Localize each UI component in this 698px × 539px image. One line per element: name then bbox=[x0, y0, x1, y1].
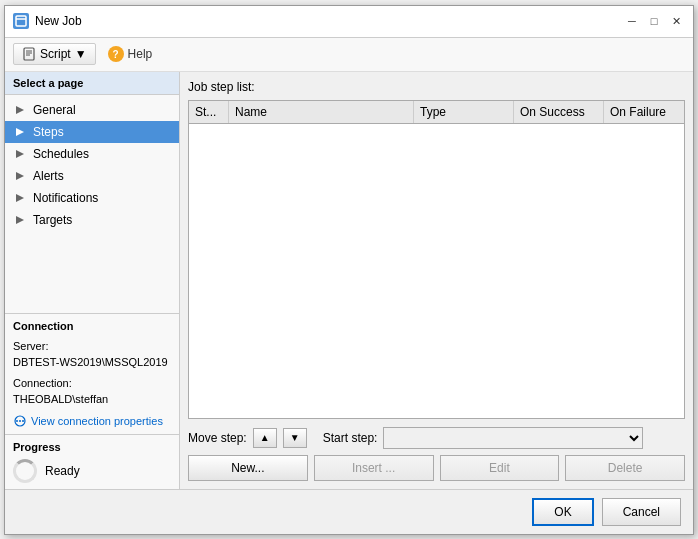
svg-marker-11 bbox=[16, 216, 24, 224]
move-down-button[interactable]: ▼ bbox=[283, 428, 307, 448]
svg-marker-8 bbox=[16, 150, 24, 158]
job-step-list-label: Job step list: bbox=[188, 80, 685, 94]
steps-icon bbox=[13, 125, 27, 139]
dialog-footer: OK Cancel bbox=[5, 489, 693, 534]
svg-marker-9 bbox=[16, 172, 24, 180]
ok-button[interactable]: OK bbox=[532, 498, 593, 526]
sidebar: Select a page GeneralStepsSchedulesAlert… bbox=[5, 72, 180, 489]
move-step-group: Move step: ▲ ▼ bbox=[188, 428, 307, 448]
move-up-button[interactable]: ▲ bbox=[253, 428, 277, 448]
progress-row: Ready bbox=[13, 459, 171, 483]
view-connection-label: View connection properties bbox=[31, 415, 163, 427]
title-bar: New Job ─ □ ✕ bbox=[5, 6, 693, 38]
window-icon bbox=[13, 13, 29, 29]
sidebar-item-targets[interactable]: Targets bbox=[5, 209, 179, 231]
general-icon bbox=[13, 103, 27, 117]
svg-rect-2 bbox=[24, 48, 34, 60]
view-connection-link[interactable]: View connection properties bbox=[13, 414, 171, 428]
help-button[interactable]: ? Help bbox=[100, 43, 161, 65]
svg-marker-7 bbox=[16, 128, 24, 136]
svg-marker-10 bbox=[16, 194, 24, 202]
progress-title: Progress bbox=[13, 441, 171, 453]
main-window: New Job ─ □ ✕ Script ▼ ? Help Select a p… bbox=[4, 5, 694, 535]
schedules-icon bbox=[13, 147, 27, 161]
server-value: DBTEST-WS2019\MSSQL2019 bbox=[13, 356, 168, 368]
main-panel: Job step list: St... Name Type On Succes… bbox=[180, 72, 693, 489]
cancel-button[interactable]: Cancel bbox=[602, 498, 681, 526]
minimize-button[interactable]: ─ bbox=[623, 12, 641, 30]
sidebar-section-title: Select a page bbox=[5, 72, 179, 95]
col-status: St... bbox=[189, 101, 229, 123]
connection-label: Connection: bbox=[13, 377, 72, 389]
targets-icon bbox=[13, 213, 27, 227]
sidebar-item-notifications[interactable]: Notifications bbox=[5, 187, 179, 209]
server-label: Server: bbox=[13, 340, 48, 352]
sidebar-item-label-targets: Targets bbox=[33, 213, 72, 227]
bottom-controls: Move step: ▲ ▼ Start step: New... Insert… bbox=[188, 427, 685, 481]
sidebar-item-alerts[interactable]: Alerts bbox=[5, 165, 179, 187]
window-controls: ─ □ ✕ bbox=[623, 12, 685, 30]
sidebar-item-label-schedules: Schedules bbox=[33, 147, 89, 161]
sidebar-nav: GeneralStepsSchedulesAlertsNotifications… bbox=[5, 95, 179, 313]
window-title: New Job bbox=[35, 14, 623, 28]
delete-button[interactable]: Delete bbox=[565, 455, 685, 481]
content-area: Select a page GeneralStepsSchedulesAlert… bbox=[5, 72, 693, 489]
script-icon bbox=[22, 47, 36, 61]
toolbar: Script ▼ ? Help bbox=[5, 38, 693, 72]
progress-status: Ready bbox=[45, 464, 80, 478]
svg-marker-6 bbox=[16, 106, 24, 114]
move-step-label: Move step: bbox=[188, 431, 247, 445]
sidebar-item-label-general: General bbox=[33, 103, 76, 117]
svg-point-14 bbox=[19, 420, 21, 422]
sidebar-item-general[interactable]: General bbox=[5, 99, 179, 121]
help-icon: ? bbox=[108, 46, 124, 62]
col-type: Type bbox=[414, 101, 514, 123]
maximize-button[interactable]: □ bbox=[645, 12, 663, 30]
action-buttons-row: New... Insert ... Edit Delete bbox=[188, 455, 685, 481]
col-on-failure: On Failure bbox=[604, 101, 684, 123]
sidebar-item-schedules[interactable]: Schedules bbox=[5, 143, 179, 165]
job-step-table: St... Name Type On Success On Failure bbox=[188, 100, 685, 419]
sidebar-item-label-steps: Steps bbox=[33, 125, 64, 139]
connection-link-icon bbox=[13, 414, 27, 428]
alerts-icon bbox=[13, 169, 27, 183]
col-on-success: On Success bbox=[514, 101, 604, 123]
table-header: St... Name Type On Success On Failure bbox=[189, 101, 684, 124]
connection-value: THEOBALD\steffan bbox=[13, 393, 108, 405]
edit-button[interactable]: Edit bbox=[440, 455, 560, 481]
sidebar-item-steps[interactable]: Steps bbox=[5, 121, 179, 143]
script-arrow: ▼ bbox=[75, 47, 87, 61]
start-step-label: Start step: bbox=[323, 431, 378, 445]
start-step-group: Start step: bbox=[323, 427, 644, 449]
script-label: Script bbox=[40, 47, 71, 61]
close-button[interactable]: ✕ bbox=[667, 12, 685, 30]
sidebar-item-label-notifications: Notifications bbox=[33, 191, 98, 205]
start-step-select[interactable] bbox=[383, 427, 643, 449]
sidebar-item-label-alerts: Alerts bbox=[33, 169, 64, 183]
connection-title: Connection bbox=[13, 320, 171, 332]
notifications-icon bbox=[13, 191, 27, 205]
col-name: Name bbox=[229, 101, 414, 123]
svg-rect-0 bbox=[16, 16, 26, 26]
help-label: Help bbox=[128, 47, 153, 61]
svg-point-13 bbox=[16, 420, 18, 422]
svg-point-15 bbox=[22, 420, 24, 422]
new-button[interactable]: New... bbox=[188, 455, 308, 481]
script-button[interactable]: Script ▼ bbox=[13, 43, 96, 65]
insert-button[interactable]: Insert ... bbox=[314, 455, 434, 481]
connection-section: Connection Server: DBTEST-WS2019\MSSQL20… bbox=[5, 313, 179, 434]
table-body bbox=[189, 124, 684, 324]
server-info: Server: DBTEST-WS2019\MSSQL2019 bbox=[13, 338, 171, 371]
move-start-row: Move step: ▲ ▼ Start step: bbox=[188, 427, 685, 449]
progress-section: Progress Ready bbox=[5, 434, 179, 489]
progress-spinner bbox=[13, 459, 37, 483]
connection-info: Connection: THEOBALD\steffan bbox=[13, 375, 171, 408]
